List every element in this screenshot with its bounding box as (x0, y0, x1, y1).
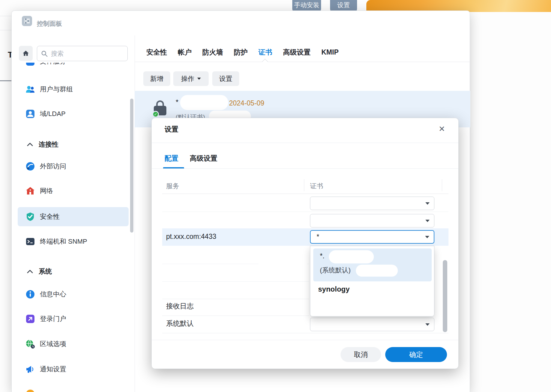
sidebar-divider (135, 35, 135, 392)
sidebar-item-terminal-snmp[interactable]: 终端机和 SNMP (18, 234, 129, 249)
sidebar-item-network[interactable]: 网络 (18, 183, 129, 199)
notification-icon (25, 364, 35, 374)
redaction-blob (180, 95, 228, 110)
desktop-wallpaper (366, 0, 551, 12)
sidebar-item-label: 域/LDAP (40, 109, 66, 118)
network-icon (25, 186, 35, 196)
manual-install-button[interactable]: 手动安装 (292, 0, 321, 12)
sidebar-item-external-access[interactable]: 外部访问 (18, 159, 129, 174)
certificate-dropdown-panel: *. (系统默认) synology (310, 246, 434, 316)
sidebar: 文件服务 用户与群组 域/LDAP 连接性 (12, 63, 135, 392)
control-panel-icon (22, 16, 32, 26)
sidebar-item-login-portal[interactable]: 登录门户 (18, 311, 129, 327)
sidebar-item-domain-ldap[interactable]: 域/LDAP (18, 106, 129, 122)
sidebar-item-label: 用户与群组 (40, 85, 73, 94)
sidebar-item-region-options[interactable]: 区域选项 (18, 336, 129, 352)
certificate-lock-icon: ✓ (154, 100, 166, 117)
caret-down-icon (425, 236, 429, 238)
row-separator (162, 333, 448, 333)
redaction-blob (329, 250, 374, 263)
sidebar-item-label: 信息中心 (40, 290, 66, 299)
sidebar-item-security[interactable]: 安全性 (18, 207, 129, 226)
certificate-expiry-date: 2024-05-09 (229, 99, 264, 107)
caret-down-icon (425, 202, 430, 205)
settings-button[interactable]: 设置 (212, 71, 239, 86)
service-name: pt.xxx.com:4433 (166, 233, 216, 241)
settings-dialog: 设置 ✕ 配置 高级设置 服务 证书 pt.xxx.com:4433 * (151, 118, 459, 369)
header-divider (162, 194, 448, 194)
chevron-up-icon (27, 269, 33, 274)
security-shield-icon (25, 212, 35, 221)
certificate-name: * (176, 98, 178, 106)
close-icon[interactable]: ✕ (436, 123, 447, 134)
sidebar-item-label: 网络 (40, 186, 53, 195)
dialog-title: 设置 (165, 125, 178, 134)
window-title: 控制面板 (37, 19, 62, 28)
background-line (0, 30, 11, 30)
option-name: *. (320, 252, 324, 260)
login-portal-icon (25, 314, 35, 324)
tab-advanced[interactable]: 高级设置 (283, 48, 311, 57)
users-icon (25, 85, 35, 94)
redaction-blob (356, 265, 398, 277)
background-line (0, 16, 11, 16)
info-icon (25, 290, 35, 299)
dialog-tabs: 配置 高级设置 (165, 152, 217, 165)
sidebar-item-notification-settings[interactable]: 通知设置 (18, 361, 129, 377)
sidebar-item-info-center[interactable]: 信息中心 (18, 287, 129, 302)
redaction-blob (319, 320, 371, 330)
tab-account[interactable]: 帐户 (178, 48, 192, 57)
dropdown-option-synology[interactable]: synology (318, 285, 350, 293)
dropdown-option-default[interactable]: *. (系统默认) (313, 248, 432, 281)
sidebar-item-users-groups[interactable]: 用户与群组 (18, 82, 129, 97)
dialog-tab-advanced[interactable]: 高级设置 (190, 154, 217, 163)
sidebar-item-file-services[interactable]: 文件服务 (18, 63, 129, 69)
top-settings-button[interactable]: 设置 (330, 0, 357, 12)
sidebar-section-connectivity[interactable]: 连接性 (18, 138, 129, 151)
caret-down-icon (425, 323, 430, 326)
domain-icon (25, 109, 35, 119)
caret-down-icon (425, 220, 430, 222)
certificate-select-row3[interactable]: * (310, 230, 434, 244)
home-button[interactable] (19, 46, 33, 61)
row-separator (162, 281, 309, 282)
terminal-icon (25, 237, 35, 246)
file-services-icon (25, 63, 35, 66)
sidebar-section-system[interactable]: 系统 (18, 265, 129, 278)
redaction-blob (257, 254, 309, 265)
certificate-select-row1[interactable] (310, 197, 434, 210)
dialog-tab-config[interactable]: 配置 (165, 154, 178, 163)
dialog-scrollbar[interactable] (443, 260, 447, 332)
tab-certificate[interactable]: 证书 (258, 48, 272, 57)
tab-firewall[interactable]: 防火墙 (202, 48, 223, 57)
tab-protection[interactable]: 防护 (234, 48, 248, 57)
region-globe-icon (25, 339, 35, 349)
section-label: 系统 (39, 267, 52, 276)
service-name: 接收日志 (166, 301, 194, 311)
chevron-up-icon (27, 142, 33, 147)
sidebar-item-hardware-power[interactable] (18, 386, 129, 392)
divider (152, 168, 458, 169)
ok-button[interactable]: 确定 (385, 347, 447, 362)
tab-security[interactable]: 安全性 (146, 48, 167, 57)
external-access-icon (25, 162, 35, 171)
column-header-service: 服务 (166, 182, 179, 191)
add-button[interactable]: 新增 (143, 71, 170, 86)
certificate-select-row2[interactable] (310, 214, 434, 227)
screen: 手动安装 设置 T 控制面板 (0, 0, 551, 392)
background-line (0, 80, 11, 81)
divider (152, 143, 458, 143)
tab-kmip[interactable]: KMIP (321, 48, 339, 56)
certificate-select-system-default[interactable] (310, 318, 434, 331)
sidebar-item-label: 区域选项 (40, 340, 66, 349)
search-input[interactable] (51, 50, 124, 57)
action-dropdown-button[interactable]: 操作 (173, 71, 209, 86)
sidebar-item-label: 安全性 (40, 212, 60, 221)
caret-down-icon (197, 78, 201, 80)
row-separator (162, 316, 309, 316)
tabs-divider (135, 62, 470, 62)
hardware-power-icon (25, 389, 35, 392)
row-separator (162, 212, 448, 212)
row-separator (162, 299, 309, 299)
cancel-button[interactable]: 取消 (341, 347, 381, 362)
